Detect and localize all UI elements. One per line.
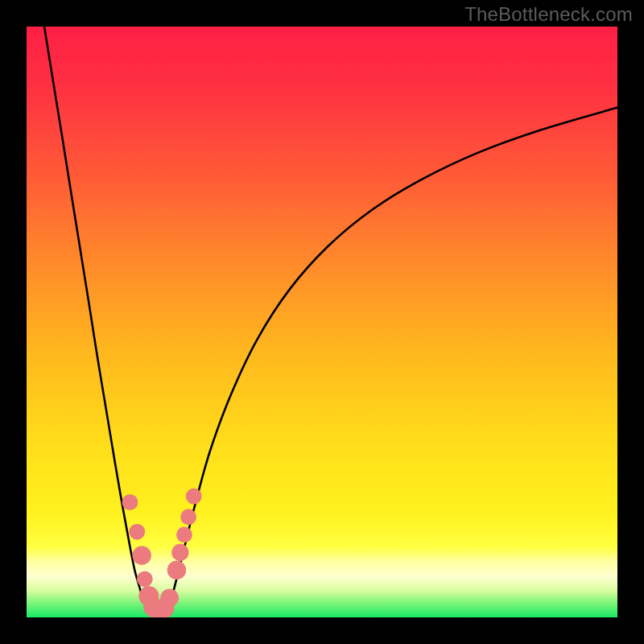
watermark-text: TheBottleneck.com	[464, 3, 633, 26]
data-marker	[122, 494, 138, 510]
data-marker	[132, 546, 151, 564]
data-marker	[129, 524, 145, 540]
chart-frame: TheBottleneck.com	[0, 0, 644, 644]
data-marker	[167, 561, 186, 580]
data-marker	[180, 509, 196, 525]
curve-layer	[27, 27, 617, 617]
data-marker	[176, 526, 192, 543]
data-marker	[137, 571, 153, 587]
data-marker	[186, 489, 202, 505]
marker-group	[122, 489, 202, 617]
bottleneck-curve	[44, 27, 617, 615]
data-marker	[171, 544, 188, 561]
data-marker	[160, 588, 179, 607]
plot-area	[27, 27, 617, 617]
